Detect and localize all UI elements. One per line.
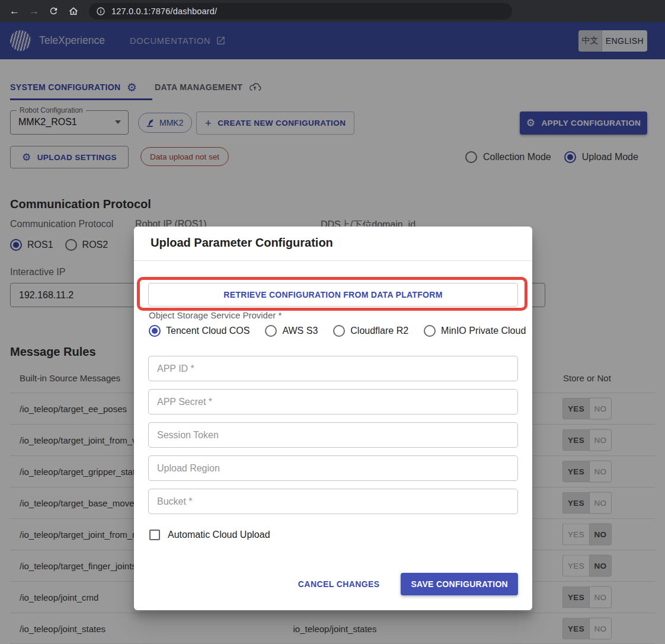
app-secret-input[interactable] [148, 389, 518, 415]
home-icon[interactable] [63, 3, 83, 20]
provider-minio-radio[interactable] [424, 325, 436, 337]
browser-toolbar: ← → 127.0.0.1:7876/dashboard/ [0, 0, 665, 22]
upload-parameter-modal: Upload Parameter Configuration RETRIEVE … [134, 227, 532, 610]
auto-upload-label: Automatic Cloud Upload [168, 530, 270, 540]
provider-tencent-radio[interactable] [149, 325, 161, 337]
app-id-input[interactable] [148, 356, 518, 381]
provider-tencent-label: Tencent Cloud COS [166, 326, 250, 336]
provider-minio-label: MinIO Private Cloud [441, 326, 526, 336]
modal-title: Upload Parameter Configuration [151, 236, 333, 250]
provider-label: Object Storage Service Provider * [149, 310, 282, 320]
provider-aws-radio[interactable] [265, 325, 277, 337]
provider-tencent-option[interactable]: Tencent Cloud COS [149, 325, 250, 337]
save-configuration-button[interactable]: SAVE CONFIGURATION [401, 573, 518, 595]
auto-upload-option[interactable]: Automatic Cloud Upload [149, 530, 270, 540]
provider-aws-option[interactable]: AWS S3 [265, 325, 318, 337]
auto-upload-checkbox[interactable] [149, 530, 160, 540]
bucket-input[interactable] [148, 489, 518, 514]
session-token-input[interactable] [148, 422, 518, 448]
provider-radio-group: Tencent Cloud COS AWS S3 Cloudflare R2 M… [149, 325, 526, 337]
url-text: 127.0.0.1:7876/dashboard/ [111, 7, 217, 16]
info-icon[interactable] [96, 7, 105, 16]
provider-cloudflare-label: Cloudflare R2 [350, 326, 408, 336]
provider-minio-option[interactable]: MinIO Private Cloud [424, 325, 526, 337]
refresh-icon[interactable] [44, 3, 63, 20]
retrieve-configuration-button[interactable]: RETRIEVE CONFIGURATION FROM DATA PLATFOR… [148, 283, 518, 307]
modal-footer: CANCEL CHANGES SAVE CONFIGURATION [298, 573, 518, 595]
provider-aws-label: AWS S3 [282, 326, 318, 336]
provider-cloudflare-option[interactable]: Cloudflare R2 [333, 325, 408, 337]
address-bar[interactable]: 127.0.0.1:7876/dashboard/ [89, 3, 512, 20]
upload-region-input[interactable] [148, 455, 518, 481]
back-icon[interactable]: ← [5, 3, 24, 20]
forward-icon[interactable]: → [24, 3, 44, 20]
provider-cloudflare-radio[interactable] [333, 325, 345, 337]
cancel-changes-button[interactable]: CANCEL CHANGES [298, 579, 380, 589]
modal-divider [134, 260, 532, 261]
